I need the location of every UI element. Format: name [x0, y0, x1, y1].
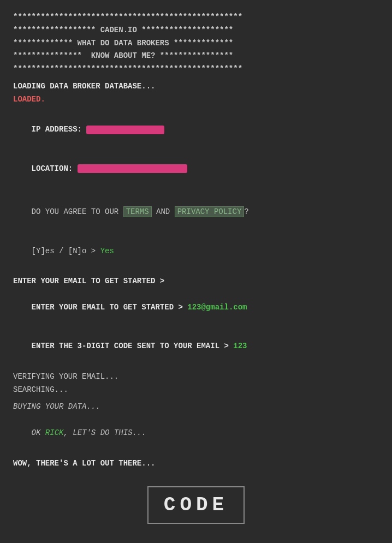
- name-value: RICK: [45, 428, 64, 437]
- searching-line: SEARCHING...: [13, 384, 379, 397]
- terms-link[interactable]: TERMS: [123, 206, 152, 217]
- enter-code-line: ENTER THE 3-DIGIT CODE SENT TO YOUR EMAI…: [13, 327, 379, 366]
- terms-prefix: DO YOU AGREE TO OUR: [32, 207, 123, 216]
- location-redacted-value: [78, 164, 187, 173]
- loaded-line: LOADED.: [13, 93, 379, 106]
- yes-no-prompt: [Y]es / [N]o >: [32, 247, 100, 255]
- terms-suffix: ?: [244, 207, 248, 216]
- terms-agreement-line: DO YOU AGREE TO OUR TERMS AND PRIVACY PO…: [13, 193, 379, 231]
- stars-line-5: ****************************************…: [13, 63, 379, 76]
- wow-line: WOW, THERE'S A LOT OUT THERE...: [13, 457, 379, 470]
- location-label: LOCATION:: [32, 164, 73, 173]
- stars-line-2: ****************** CADEN.IO ************…: [13, 24, 379, 37]
- ok-prefix: OK: [32, 428, 45, 437]
- ip-redacted-value: [86, 126, 164, 134]
- verifying-line: VERIFYING YOUR EMAIL...: [13, 371, 379, 384]
- terminal-container: ****************************************…: [13, 11, 379, 524]
- terms-and: AND: [152, 207, 175, 216]
- email-value: 123@gmail.com: [187, 303, 247, 312]
- stars-line-4: *************** KNOW ABOUT ME? *********…: [13, 50, 379, 63]
- ok-suffix: , LET'S DO THIS...: [63, 428, 146, 437]
- code-value: 123: [233, 342, 247, 350]
- privacy-policy-link[interactable]: PRIVACY POLICY: [175, 206, 245, 217]
- enter-email-label: ENTER YOUR EMAIL TO GET STARTED >: [32, 303, 188, 312]
- ip-label: IP ADDRESS:: [32, 125, 82, 134]
- stars-line-3: ************* WHAT DO DATA BROKERS *****…: [13, 37, 379, 50]
- loading-line: LOADING DATA BROKER DATABASE...: [13, 80, 379, 93]
- enter-email-prompt-line: ENTER YOUR EMAIL TO GET STARTED >: [13, 275, 379, 288]
- code-section: CODE: [13, 486, 379, 524]
- code-display-box: CODE: [147, 486, 245, 524]
- yes-no-line: [Y]es / [N]o > Yes: [13, 232, 379, 271]
- buying-line: BUYING YOUR DATA...: [13, 401, 379, 414]
- enter-email-with-value-line: ENTER YOUR EMAIL TO GET STARTED > 123@gm…: [13, 288, 379, 327]
- ok-rick-line: OK RICK, LET'S DO THIS...: [13, 414, 379, 452]
- yes-answer: Yes: [100, 247, 114, 255]
- enter-code-prefix: ENTER THE 3-DIGIT CODE SENT TO YOUR EMAI…: [32, 342, 234, 350]
- ip-address-line: IP ADDRESS:: [13, 111, 379, 150]
- location-line: LOCATION:: [13, 150, 379, 188]
- stars-line-1: ****************************************…: [13, 11, 379, 24]
